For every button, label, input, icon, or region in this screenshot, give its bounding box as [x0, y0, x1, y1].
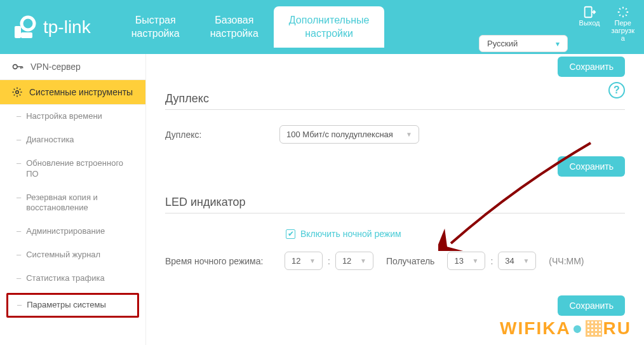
- sidebar: VPN-сервер Системные инструменты Настрой…: [0, 54, 146, 345]
- save-button-duplex[interactable]: Сохранить: [558, 156, 625, 177]
- sub-syslog[interactable]: Системный журнал: [0, 243, 145, 267]
- sub-system-params[interactable]: Параметры системы: [6, 293, 139, 318]
- triangle-down-icon: ▼: [360, 257, 366, 264]
- sub-time[interactable]: Настройка времени: [0, 105, 145, 128]
- dot-icon: ●: [572, 318, 584, 339]
- duplex-label: Дуплекс:: [165, 130, 279, 140]
- sub-firmware[interactable]: Обновление встроенного ПО: [0, 152, 145, 186]
- save-button-top[interactable]: Сохранить: [558, 57, 625, 77]
- colon: :: [328, 256, 330, 266]
- content-area: Сохранить ? Дуплекс Дуплекс: 100 Мбит/с …: [146, 54, 644, 345]
- language-value: Русский: [487, 39, 518, 48]
- triangle-down-icon: ▼: [473, 257, 479, 264]
- sub-diagnostics[interactable]: Диагностика: [0, 128, 145, 152]
- tab-basic[interactable]: Базовая настройка: [195, 6, 274, 48]
- triangle-down-icon: ▼: [523, 257, 529, 264]
- sidebar-item-vpn[interactable]: VPN-сервер: [0, 54, 145, 80]
- to-minute-select[interactable]: 34▼: [498, 252, 536, 270]
- svg-rect-2: [21, 32, 32, 38]
- help-button[interactable]: ?: [608, 82, 625, 98]
- gear-icon: [11, 86, 23, 98]
- duplex-select[interactable]: 100 Мбит/с полудуплексная ▼: [279, 125, 419, 144]
- sidebar-item-systools[interactable]: Системные инструменты: [0, 80, 145, 105]
- from-minute-select[interactable]: 12▼: [335, 252, 373, 270]
- tplink-logo-icon: [13, 15, 38, 40]
- header: tp-link Быстрая настройка Базовая настро…: [0, 0, 644, 54]
- qr-icon: [586, 320, 602, 337]
- logout-icon: [582, 5, 596, 19]
- sub-backup[interactable]: Резервная копия и восстановление: [0, 186, 145, 220]
- divider: [165, 213, 625, 213]
- night-time-label: Время ночного режима:: [165, 256, 279, 266]
- svg-rect-1: [15, 26, 21, 38]
- svg-point-0: [22, 17, 34, 30]
- header-actions: Выход Пере загрузк а: [579, 5, 634, 42]
- reload-icon: [616, 5, 630, 19]
- key-icon: [11, 60, 24, 73]
- save-button-led[interactable]: Сохранить: [558, 295, 625, 316]
- triangle-down-icon: ▼: [406, 131, 412, 138]
- watermark: WIFIKA ● RU: [500, 318, 631, 339]
- sub-admin[interactable]: Администрирование: [0, 220, 145, 243]
- reload-button[interactable]: Пере загрузк а: [611, 5, 634, 42]
- tab-advanced[interactable]: Дополнительные настройки: [274, 6, 385, 48]
- led-section-title: LED индикатор: [165, 196, 625, 209]
- chevron-down-icon: ▾: [556, 39, 560, 48]
- divider: [165, 109, 625, 110]
- duplex-section-title: Дуплекс: [165, 92, 625, 105]
- to-hour-select[interactable]: 13▼: [447, 252, 485, 270]
- night-mode-label: Включить ночной режим: [300, 229, 401, 239]
- sub-traffic[interactable]: Статистика трафика: [0, 267, 145, 290]
- language-select[interactable]: Русский ▾: [479, 35, 568, 52]
- from-hour-select[interactable]: 12▼: [285, 252, 323, 270]
- logout-button[interactable]: Выход: [579, 5, 600, 27]
- night-mode-checkbox[interactable]: ✔: [286, 229, 295, 239]
- svg-point-4: [13, 65, 18, 69]
- help-icon: ?: [614, 85, 620, 96]
- svg-rect-3: [585, 7, 592, 18]
- brand-text: tp-link: [43, 17, 91, 37]
- tab-quick-setup[interactable]: Быстрая настройка: [116, 6, 195, 48]
- svg-point-5: [16, 91, 19, 94]
- colon: :: [490, 256, 493, 266]
- time-format-hint: (ЧЧ:ММ): [549, 256, 584, 266]
- logo: tp-link: [13, 15, 91, 40]
- triangle-down-icon: ▼: [309, 257, 316, 264]
- tab-bar: Быстрая настройка Базовая настройка Допо…: [116, 6, 385, 48]
- check-icon: ✔: [288, 229, 294, 238]
- recipient-label: Получатель: [386, 256, 435, 266]
